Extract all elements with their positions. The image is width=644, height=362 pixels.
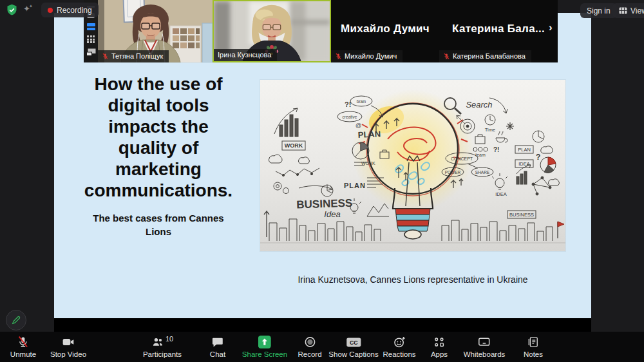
chat-button[interactable]: Chat bbox=[210, 332, 225, 362]
video-camera-icon bbox=[61, 336, 75, 348]
svg-text:WORK: WORK bbox=[361, 161, 375, 166]
mic-muted-icon bbox=[17, 336, 30, 348]
captions-cc-icon: CC bbox=[346, 336, 361, 348]
notes-button[interactable]: Notes bbox=[524, 332, 543, 362]
view-button[interactable]: View bbox=[612, 3, 644, 18]
svg-text:PLAN: PLAN bbox=[357, 129, 381, 140]
svg-text:PLAN: PLAN bbox=[344, 182, 366, 189]
video-filmstrip: Тетяна Поліщук bbox=[84, 0, 558, 62]
svg-text:BUSINESS: BUSINESS bbox=[509, 212, 534, 218]
participants-button[interactable]: 10 Participants bbox=[143, 332, 182, 362]
svg-text:IDEA: IDEA bbox=[495, 191, 507, 197]
slide-title: How the use of digital tools impacts the… bbox=[59, 73, 258, 201]
filmstrip-next-chevron[interactable]: › bbox=[549, 22, 553, 33]
video-tile-kateryna[interactable]: Катерина Бала... Катерина Балабанова bbox=[439, 0, 558, 62]
slide-subtitle: The best cases from Cannes Lions bbox=[59, 211, 258, 238]
recording-indicator[interactable]: Recording bbox=[41, 3, 99, 17]
apps-button[interactable]: Apps bbox=[431, 332, 448, 362]
apps-icon bbox=[433, 336, 446, 348]
gallery-view-icon[interactable] bbox=[87, 35, 95, 43]
svg-text:Idea: Idea bbox=[324, 209, 340, 219]
recording-dot-icon bbox=[48, 8, 53, 13]
meeting-security-shield-icon[interactable] bbox=[5, 3, 19, 17]
record-icon bbox=[303, 336, 316, 348]
video-tile-tetyana[interactable]: Тетяна Поліщук bbox=[98, 0, 213, 62]
record-button[interactable]: Record bbox=[298, 332, 321, 362]
svg-text:@: @ bbox=[355, 122, 361, 129]
video-tile-iryna-active-speaker[interactable]: Ірина Кузнєцова bbox=[213, 0, 331, 62]
svg-text:creative: creative bbox=[343, 115, 357, 119]
svg-text:?: ? bbox=[536, 153, 540, 162]
reactions-button[interactable]: Reactions bbox=[383, 332, 415, 362]
pip-view-icon[interactable] bbox=[86, 48, 96, 56]
gallery-grid-icon bbox=[619, 7, 627, 14]
zoom-meeting-window: How the use of digital tools impacts the… bbox=[0, 0, 644, 362]
participants-count-badge: 10 bbox=[166, 335, 173, 343]
pencil-icon bbox=[11, 315, 21, 325]
sign-in-button[interactable]: Sign in bbox=[580, 3, 617, 18]
share-screen-icon bbox=[258, 336, 271, 348]
svg-text:WORK: WORK bbox=[285, 142, 303, 149]
participant-nametag: Тетяна Поліщук bbox=[98, 50, 169, 62]
svg-text:POWER: POWER bbox=[445, 170, 461, 175]
lightbulb-doodle-image: brain creative ?! @ PLAN WORK WORK PLAN … bbox=[260, 80, 565, 251]
ai-companion-icon[interactable]: ✦✦ bbox=[23, 4, 34, 14]
stop-video-button[interactable]: Stop Video bbox=[50, 332, 86, 362]
svg-text:team: team bbox=[475, 153, 486, 157]
screen-share-letterbox bbox=[54, 318, 591, 332]
svg-text:CC: CC bbox=[350, 339, 358, 346]
svg-text:?!: ?! bbox=[345, 100, 351, 108]
svg-text:IDEA: IDEA bbox=[518, 161, 530, 167]
show-captions-button[interactable]: CC Show Captions bbox=[328, 332, 378, 362]
svg-text:SHARE: SHARE bbox=[475, 170, 490, 175]
reactions-smiley-icon bbox=[393, 336, 406, 348]
strip-view-active-icon[interactable] bbox=[87, 23, 95, 30]
whiteboard-icon bbox=[477, 336, 491, 348]
muted-mic-icon bbox=[102, 53, 109, 60]
whiteboards-button[interactable]: Whiteboards bbox=[464, 332, 506, 362]
participant-nametag: Михайло Думич bbox=[331, 50, 402, 62]
annotate-button[interactable] bbox=[6, 310, 26, 330]
svg-text:CONCEPT: CONCEPT bbox=[451, 157, 473, 161]
svg-text:PLAN: PLAN bbox=[518, 147, 531, 153]
slide-caption: Irina Kuznetsova, Cannes Lions represent… bbox=[260, 274, 565, 285]
muted-mic-icon bbox=[335, 53, 342, 60]
participants-icon bbox=[151, 336, 164, 348]
video-tile-mykhailo[interactable]: Михайло Думич Михайло Думич bbox=[331, 0, 439, 62]
svg-text:?!: ?! bbox=[493, 146, 499, 153]
svg-text:brain: brain bbox=[357, 99, 366, 104]
muted-mic-icon bbox=[443, 53, 450, 60]
participant-nametag: Катерина Балабанова bbox=[439, 50, 531, 62]
svg-text:Search: Search bbox=[466, 100, 492, 110]
share-screen-button[interactable]: Share Screen bbox=[242, 332, 287, 362]
chat-bubble-icon bbox=[211, 336, 224, 348]
meeting-toolbar: Unmute Stop Video 10 Participants bbox=[0, 332, 644, 362]
svg-text:Time: Time bbox=[485, 127, 495, 133]
unmute-button[interactable]: Unmute bbox=[10, 332, 36, 362]
participant-nametag: Ірина Кузнєцова bbox=[214, 49, 277, 61]
notes-icon bbox=[527, 336, 540, 348]
